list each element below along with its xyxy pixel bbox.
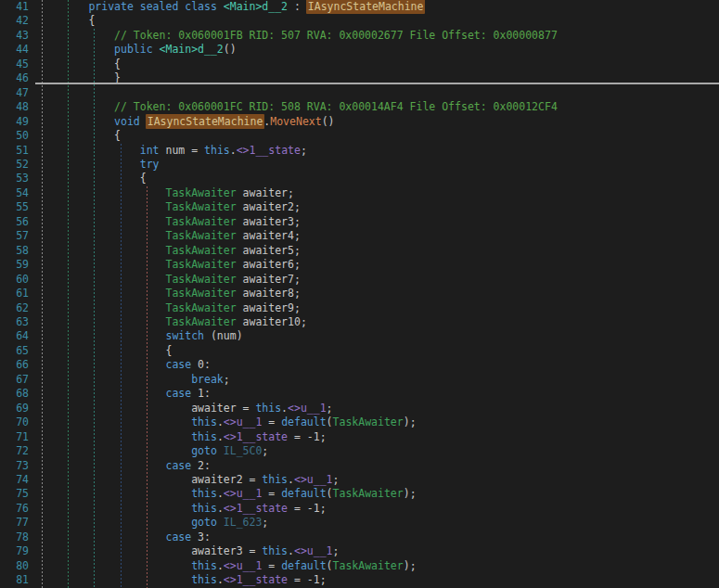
line-number: 65 [0,344,29,358]
code-line[interactable]: 76 this.<>1__state = -1; [0,502,719,516]
code-line[interactable]: 63 TaskAwaiter awaiter10; [0,315,719,329]
code-line[interactable]: 58 TaskAwaiter awaiter5; [0,244,719,258]
code-text: case 1: [29,387,211,401]
code-line[interactable]: 51 int num = this.<>1__state; [0,144,719,158]
code-line[interactable]: 42 { [0,14,719,28]
code-line[interactable]: 70 this.<>u__1 = default(TaskAwaiter); [0,415,719,429]
code-line[interactable]: 74 awaiter2 = this.<>u__1; [0,473,719,487]
token: num = [160,144,204,157]
line-number: 69 [0,402,29,415]
line-number: 51 [0,144,29,158]
code-line[interactable]: 77 goto IL_623; [0,516,719,530]
token: ; [333,544,340,557]
code-line[interactable]: 57 TaskAwaiter awaiter4; [0,229,719,243]
code-line[interactable]: 73 case 2: [0,459,719,473]
token: ( [327,487,333,500]
code-text: { [29,172,147,185]
code-line[interactable]: 53 { [0,172,719,185]
token: awaiter3; [237,215,301,228]
code-line[interactable]: 78 case 3: [0,530,719,544]
token: TaskAwaiter [37,200,237,213]
token: 1: [191,387,211,400]
line-number: 53 [0,172,29,185]
token: // Token: 0x060001FB RID: 507 RVA: 0x000… [37,29,558,42]
token: int [37,144,160,157]
line-number: 50 [0,129,29,143]
code-text: this.<>u__1 = default(TaskAwaiter); [29,487,417,501]
code-text: { [29,344,172,358]
token: <Main>d__2 [224,0,288,13]
code-line[interactable]: 81 this.<>1__state = -1; [0,573,719,587]
code-line[interactable]: 52 try [0,158,719,172]
code-text: TaskAwaiter awaiter2; [29,200,301,214]
line-number: 52 [0,158,29,172]
token: TaskAwaiter [37,273,237,286]
code-text: case 2: [29,459,211,473]
code-line[interactable]: 48 // Token: 0x060001FC RID: 508 RVA: 0x… [0,100,719,114]
line-number: 62 [0,301,29,315]
code-line[interactable]: 56 TaskAwaiter awaiter3; [0,215,719,229]
code-text: awaiter3 = this.<>u__1; [29,544,339,558]
code-text: case 0: [29,358,211,372]
token: = -1; [288,573,327,586]
code-line[interactable]: 60 TaskAwaiter awaiter7; [0,273,719,287]
code-line[interactable]: 55 TaskAwaiter awaiter2; [0,200,719,214]
token: ; [262,516,268,529]
code-line[interactable]: 62 TaskAwaiter awaiter9; [0,301,719,315]
highlighted-reference[interactable]: IAsyncStateMachine [306,0,426,14]
code-line[interactable]: 47 [0,86,719,100]
highlighted-reference[interactable]: IAsyncStateMachine [146,114,265,129]
token: awaiter; [237,186,294,199]
code-line[interactable]: 45 { [0,58,719,71]
code-line[interactable]: 80 this.<>u__1 = default(TaskAwaiter); [0,559,719,573]
code-line[interactable]: 75 this.<>u__1 = default(TaskAwaiter); [0,487,719,501]
token: = [262,559,281,572]
code-line[interactable]: 61 TaskAwaiter awaiter8; [0,287,719,300]
code-line[interactable]: 44 public <Main>d__2() [0,43,719,57]
code-line[interactable]: 66 case 0: [0,358,719,372]
code-line[interactable]: 65 { [0,344,719,358]
token: this [37,430,217,443]
code-line[interactable]: 54 TaskAwaiter awaiter; [0,186,719,200]
code-line[interactable]: 68 case 1: [0,387,719,401]
token: void [37,115,147,128]
code-line[interactable]: 72 goto IL_5C0; [0,444,719,458]
token: ; [327,402,333,415]
token: TaskAwaiter [333,487,404,500]
code-line[interactable]: 43 // Token: 0x060001FB RID: 507 RVA: 0x… [0,29,719,43]
token: = -1; [288,430,327,443]
line-number: 59 [0,258,29,272]
code-line[interactable]: 49 void IAsyncStateMachine.MoveNext() [0,115,719,129]
token: case [37,530,191,543]
token: { [37,58,121,70]
token: . [281,402,288,415]
code-line[interactable]: 71 this.<>1__state = -1; [0,430,719,444]
line-number: 78 [0,530,29,544]
line-number: 49 [0,115,29,129]
line-number: 48 [0,100,29,114]
token: TaskAwaiter [37,244,237,257]
code-line[interactable]: 50 { [0,129,719,143]
code-line[interactable]: 79 awaiter3 = this.<>u__1; [0,544,719,558]
token: . [288,544,294,557]
code-line[interactable]: 64 switch (num) [0,329,719,343]
code-line[interactable]: 67 break; [0,373,719,387]
token: <>u__1 [294,544,333,557]
code-text: this.<>1__state = -1; [29,502,327,516]
token: <>1__state [224,430,288,443]
code-line[interactable]: 59 TaskAwaiter awaiter6; [0,258,719,272]
line-number: 58 [0,244,29,258]
token: TaskAwaiter [37,301,237,314]
line-number: 47 [0,86,29,100]
token: <>1__state [224,573,288,586]
code-text: TaskAwaiter awaiter6; [29,258,301,272]
code-line[interactable]: 69 awaiter = this.<>u__1; [0,402,719,415]
token: ( [327,415,333,428]
code-text: case 3: [29,530,211,544]
code-line[interactable]: 41 private sealed class <Main>d__2 : IAs… [0,0,719,14]
line-number: 54 [0,186,29,200]
token: this [37,559,217,572]
code-text: private sealed class <Main>d__2 : IAsync… [29,0,424,14]
token: 0: [191,358,211,371]
token: . [217,487,224,500]
